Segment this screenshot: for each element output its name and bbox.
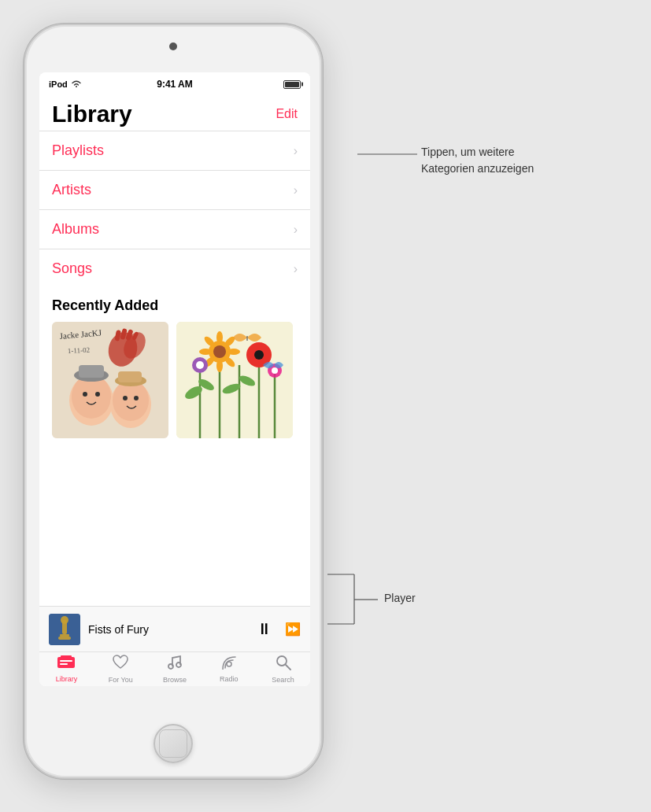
- tab-search-label: Search: [272, 676, 294, 684]
- tab-browse[interactable]: Browse: [148, 652, 202, 686]
- tab-for-you[interactable]: For You: [94, 652, 148, 686]
- svg-rect-25: [118, 371, 142, 382]
- svg-point-63: [176, 663, 181, 667]
- edit-button[interactable]: Edit: [276, 107, 298, 121]
- tab-bar: Library For You: [39, 651, 310, 686]
- svg-rect-61: [60, 663, 68, 665]
- page-title: Library: [52, 101, 132, 127]
- library-header: Library Edit: [39, 94, 310, 131]
- wifi-icon: [71, 79, 82, 90]
- mini-song-title: Fists of Fury: [88, 623, 249, 636]
- svg-rect-59: [61, 655, 72, 658]
- svg-point-51: [272, 367, 278, 374]
- tab-library-label: Library: [56, 675, 78, 683]
- tab-for-you-label: For You: [109, 676, 133, 684]
- svg-rect-23: [79, 365, 104, 378]
- menu-item-playlists[interactable]: Playlists ›: [39, 131, 310, 170]
- heart-icon: [112, 655, 129, 674]
- svg-point-49: [196, 361, 204, 369]
- svg-point-47: [254, 350, 264, 360]
- svg-point-20: [123, 396, 128, 400]
- tab-radio[interactable]: Radio: [202, 652, 256, 686]
- mini-album-art: [49, 614, 80, 645]
- svg-point-41: [227, 349, 240, 355]
- music-note-icon: [168, 655, 182, 674]
- tab-browse-label: Browse: [163, 676, 187, 684]
- chevron-right-icon: ›: [294, 183, 298, 197]
- svg-point-39: [216, 360, 223, 372]
- tab-search[interactable]: Search: [256, 652, 310, 686]
- device-body: iPod 9:41 AM Library Edit: [24, 24, 323, 779]
- tab-radio-label: Radio: [220, 675, 239, 683]
- battery-fill: [285, 82, 299, 87]
- album-art-2[interactable]: [176, 322, 293, 438]
- svg-point-21: [134, 396, 139, 400]
- svg-point-62: [168, 664, 173, 669]
- svg-point-65: [277, 656, 287, 666]
- menu-list: Playlists › Artists › Albums › Songs ›: [39, 131, 310, 288]
- status-right: [283, 80, 301, 89]
- screen: iPod 9:41 AM Library Edit: [39, 72, 310, 686]
- carrier-label: iPod: [49, 79, 68, 89]
- svg-rect-60: [60, 660, 72, 662]
- svg-text:1-11-02: 1-11-02: [68, 346, 91, 355]
- menu-item-label-artists: Artists: [52, 182, 91, 198]
- radio-icon: [220, 655, 238, 674]
- player-annotation-text: Player: [384, 592, 416, 604]
- recently-added-title: Recently Added: [52, 297, 298, 314]
- home-button-inner: [159, 729, 187, 758]
- mini-player[interactable]: Fists of Fury ⏸ ⏩: [39, 606, 310, 651]
- menu-item-artists[interactable]: Artists ›: [39, 170, 310, 209]
- search-icon: [276, 655, 291, 674]
- chevron-right-icon: ›: [294, 144, 298, 158]
- mini-controls: ⏸ ⏩: [257, 620, 301, 638]
- svg-point-37: [213, 345, 226, 358]
- menu-item-label-playlists: Playlists: [52, 142, 104, 159]
- menu-item-label-albums: Albums: [52, 221, 99, 238]
- status-left: iPod: [49, 79, 82, 90]
- menu-item-songs[interactable]: Songs ›: [39, 249, 310, 288]
- battery-icon: [283, 80, 301, 89]
- recently-added-section: Recently Added Jacke JacKJ 1-11-02: [39, 288, 310, 445]
- menu-item-label-songs: Songs: [52, 260, 92, 277]
- svg-rect-58: [57, 657, 75, 668]
- home-button[interactable]: [154, 724, 193, 763]
- svg-point-38: [216, 331, 223, 344]
- svg-point-55: [61, 616, 68, 624]
- tab-library[interactable]: Library: [39, 652, 94, 686]
- mini-album-art-image: [49, 614, 80, 645]
- menu-item-albums[interactable]: Albums ›: [39, 209, 310, 249]
- album-art-1[interactable]: Jacke JacKJ 1-11-02: [52, 322, 168, 438]
- svg-rect-57: [58, 637, 71, 640]
- svg-rect-56: [60, 634, 69, 637]
- pause-button[interactable]: ⏸: [257, 620, 272, 638]
- screen-content: Library Edit Playlists › Artists › Album…: [39, 94, 310, 686]
- album-grid: Jacke JacKJ 1-11-02: [52, 322, 298, 438]
- status-time: 9:41 AM: [157, 79, 193, 90]
- chevron-right-icon: ›: [294, 223, 298, 237]
- chevron-right-icon: ›: [294, 262, 298, 276]
- svg-point-40: [199, 349, 212, 355]
- edit-annotation-text: Tippen, um weitere Kategorien anzuzeigen: [421, 144, 534, 177]
- svg-line-66: [286, 665, 290, 670]
- camera: [169, 42, 177, 50]
- device: iPod 9:41 AM Library Edit: [24, 24, 354, 787]
- status-bar: iPod 9:41 AM: [39, 72, 310, 94]
- svg-point-17: [95, 392, 100, 397]
- library-icon: [57, 655, 75, 674]
- forward-button[interactable]: ⏩: [285, 622, 301, 637]
- svg-point-16: [83, 392, 87, 397]
